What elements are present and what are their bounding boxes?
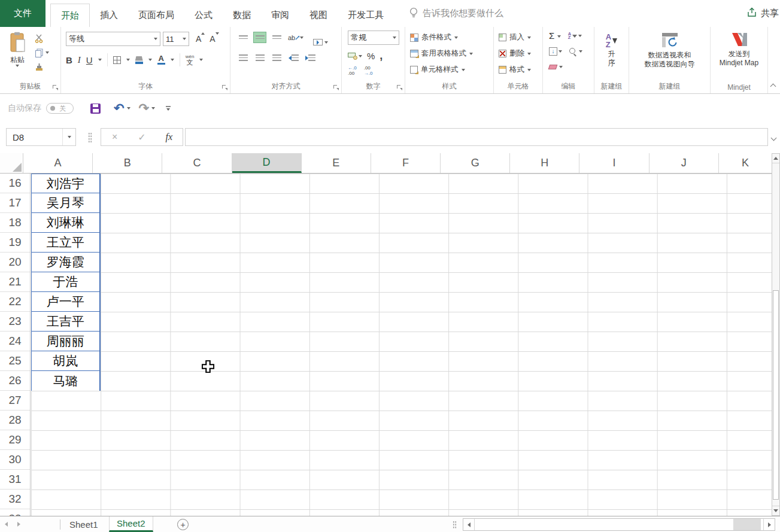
row-header-22[interactable]: 22	[0, 292, 30, 312]
tab-view[interactable]: 视图	[299, 4, 338, 27]
fill-button[interactable]: ↓	[549, 47, 562, 56]
customize-qat-button[interactable]	[166, 106, 171, 111]
cell-a23[interactable]: 王吉平	[31, 312, 101, 332]
align-center-button[interactable]	[253, 52, 266, 63]
orientation-button[interactable]: ab	[287, 32, 305, 43]
tell-me-box[interactable]: 告诉我你想要做什么	[409, 0, 503, 27]
sheet-tab-sheet2[interactable]: Sheet2	[109, 516, 153, 532]
new-sheet-button[interactable]: +	[177, 519, 189, 530]
tab-formulas[interactable]: 公式	[184, 4, 223, 27]
clear-button[interactable]	[549, 65, 563, 69]
comma-style-button[interactable]: ,	[380, 50, 383, 62]
send-to-mindjet-button[interactable]: 发送到 Mindjet Map	[711, 32, 767, 68]
column-header-a[interactable]: A	[23, 153, 93, 173]
scrollbar-resize-grip[interactable]	[453, 521, 457, 529]
autosave-toggle[interactable]: 关	[46, 103, 74, 114]
tab-file[interactable]: 文件	[0, 0, 45, 27]
align-left-button[interactable]	[236, 52, 250, 63]
worksheet-grid[interactable]: 刘浩宇 吴月琴 刘琳琳 王立平 罗海霞 于浩 卢一平 王吉平 周丽丽 胡岚 马璐	[31, 174, 772, 516]
tab-page-layout[interactable]: 页面布局	[128, 4, 184, 27]
cell-a19[interactable]: 王立平	[31, 233, 101, 253]
number-dialog-launcher[interactable]	[397, 85, 402, 90]
accounting-format-button[interactable]	[348, 53, 362, 60]
row-header-19[interactable]: 19	[0, 233, 30, 253]
select-all-corner[interactable]	[0, 153, 23, 173]
name-box[interactable]: D8	[6, 128, 76, 146]
tab-data[interactable]: 数据	[223, 4, 261, 27]
column-header-c[interactable]: C	[162, 153, 232, 173]
delete-cells-button[interactable]: 删除	[499, 48, 531, 59]
redo-button[interactable]: ↷	[139, 102, 150, 114]
row-header-20[interactable]: 20	[0, 253, 30, 272]
save-button[interactable]	[90, 104, 101, 114]
row-header-23[interactable]: 23	[0, 312, 30, 332]
borders-caret[interactable]	[126, 59, 130, 61]
row-header-16[interactable]: 16	[0, 174, 30, 193]
percent-style-button[interactable]: %	[367, 51, 375, 61]
align-bottom-button[interactable]	[270, 32, 283, 43]
sort-filter-button[interactable]: AZ	[568, 32, 582, 40]
align-top-button[interactable]	[236, 32, 250, 43]
column-header-e[interactable]: E	[302, 153, 371, 173]
decrease-decimal-button[interactable]: .00→.0	[364, 65, 373, 76]
insert-cells-button[interactable]: 插入	[499, 32, 531, 42]
column-header-f[interactable]: F	[371, 153, 441, 173]
cell-a22[interactable]: 卢一平	[31, 292, 101, 312]
formula-bar-grip[interactable]	[88, 132, 92, 142]
row-header-26[interactable]: 26	[0, 371, 30, 391]
row-header-21[interactable]: 21	[0, 272, 30, 292]
enter-button[interactable]: ✓	[128, 129, 155, 145]
horizontal-scrollbar[interactable]	[463, 518, 775, 531]
font-dialog-launcher[interactable]	[222, 85, 227, 90]
column-header-j[interactable]: J	[650, 153, 719, 173]
sheet-tab-sheet1[interactable]: Sheet1	[62, 516, 105, 532]
underline-caret[interactable]	[98, 59, 102, 61]
font-size-select[interactable]: 11	[163, 32, 189, 46]
column-header-b[interactable]: B	[93, 153, 162, 173]
phonetic-guide-button[interactable]: wén文	[186, 54, 195, 66]
tab-insert[interactable]: 插入	[90, 4, 128, 27]
font-color-button[interactable]: A	[157, 55, 165, 65]
align-right-button[interactable]	[270, 52, 283, 63]
formula-input[interactable]	[185, 128, 768, 146]
undo-button[interactable]: ↶	[114, 102, 125, 114]
row-header-30[interactable]: 30	[0, 450, 30, 470]
increase-font-size-button[interactable]: A	[196, 34, 201, 44]
increase-indent-button[interactable]	[303, 52, 317, 63]
tab-developer[interactable]: 开发工具	[338, 4, 394, 27]
next-sheet-button[interactable]	[17, 522, 20, 527]
row-header-24[interactable]: 24	[0, 332, 30, 351]
undo-caret[interactable]	[127, 107, 130, 110]
redo-caret[interactable]	[151, 107, 155, 110]
paste-button[interactable]: 粘贴	[4, 32, 31, 67]
cut-button[interactable]	[35, 32, 57, 45]
copy-button[interactable]	[35, 46, 57, 59]
bold-button[interactable]: B	[66, 55, 72, 65]
row-header-29[interactable]: 29	[0, 430, 30, 450]
autosum-button[interactable]: Σ	[549, 31, 561, 41]
cell-a25[interactable]: 胡岚	[31, 351, 101, 371]
cell-styles-button[interactable]: 单元格样式	[410, 65, 465, 75]
pivot-wizard-button[interactable]: 数据透视表和 数据透视图向导	[629, 32, 710, 69]
cell-a21[interactable]: 于浩	[31, 272, 101, 292]
font-name-select[interactable]: 等线	[66, 32, 160, 46]
vertical-scroll-thumb[interactable]	[773, 290, 779, 500]
underline-button[interactable]: U	[86, 55, 93, 65]
previous-sheet-button[interactable]	[5, 522, 8, 527]
font-color-caret[interactable]	[171, 59, 174, 61]
cell-a18[interactable]: 刘琳琳	[31, 213, 101, 233]
row-header-25[interactable]: 25	[0, 351, 30, 371]
tab-review[interactable]: 审阅	[261, 4, 299, 27]
increase-decimal-button[interactable]: ←.0.00	[348, 65, 357, 76]
insert-function-button[interactable]: fx	[156, 129, 183, 145]
format-cells-button[interactable]: 格式	[499, 65, 531, 75]
cell-a16[interactable]: 刘浩宇	[31, 174, 101, 193]
row-header-32[interactable]: 32	[0, 490, 30, 509]
conditional-formatting-button[interactable]: 条件格式	[410, 32, 458, 42]
merge-center-button[interactable]	[313, 39, 328, 45]
row-header-31[interactable]: 31	[0, 470, 30, 490]
row-header-27[interactable]: 27	[0, 391, 30, 411]
vertical-scrollbar[interactable]	[772, 153, 780, 516]
row-header-28[interactable]: 28	[0, 411, 30, 430]
horizontal-scroll-thumb[interactable]	[733, 519, 761, 530]
